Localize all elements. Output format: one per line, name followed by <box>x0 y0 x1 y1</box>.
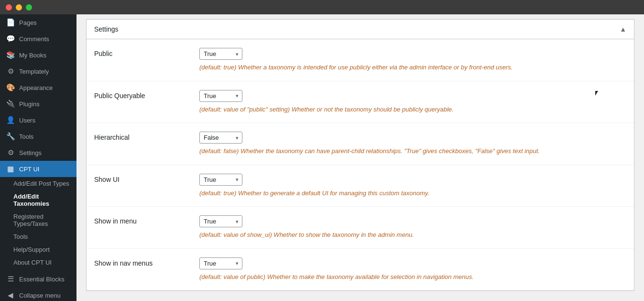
sidebar-item-appearance[interactable]: 🎨 Appearance <box>0 79 76 96</box>
select-wrapper-public-queryable: True False <box>199 90 242 102</box>
sidebar-item-users[interactable]: 👤 Users <box>0 112 76 128</box>
sidebar-submenu: Add/Edit Post Types Add/Edit Taxonomies … <box>0 177 76 269</box>
setting-description-public-queryable: (default: value of "public" setting) Whe… <box>199 105 626 114</box>
submenu-help-support[interactable]: Help/Support <box>0 243 76 256</box>
setting-label-show-in-nav-menus: Show in nav menus <box>94 257 199 267</box>
select-hierarchical[interactable]: True False <box>199 132 242 144</box>
sidebar-item-label: CPT UI <box>19 166 39 173</box>
sidebar-item-templately[interactable]: ⚙ Templately <box>0 63 76 79</box>
setting-row-show-in-menu: Show in menu True False (default: value … <box>87 207 634 249</box>
sidebar-item-label: Settings <box>19 149 42 156</box>
sidebar-item-mybooks[interactable]: 📚 My Books <box>0 47 76 63</box>
sidebar-item-pages[interactable]: 📄 Pages <box>0 14 76 31</box>
setting-row-show-ui: Show UI True False (default: true) Wheth… <box>87 165 634 207</box>
select-show-ui[interactable]: True False <box>199 174 242 186</box>
essential-blocks-icon: ☰ <box>6 275 15 283</box>
cptui-icon: ▦ <box>6 165 15 173</box>
sidebar-item-label: Users <box>19 117 35 124</box>
setting-row-hierarchical: Hierarchical True False (default: false)… <box>87 123 634 165</box>
sidebar-item-settings[interactable]: ⚙ Settings <box>0 145 76 161</box>
sidebar: 📄 Pages 💬 Comments 📚 My Books ⚙ Template… <box>0 0 76 301</box>
setting-label-show-in-menu: Show in menu <box>94 215 199 225</box>
submenu-about-cpt-ui[interactable]: About CPT UI <box>0 256 76 269</box>
sidebar-item-label: Appearance <box>19 84 53 91</box>
tools-icon: 🔧 <box>6 132 15 141</box>
select-wrapper-show-in-nav-menus: True False <box>199 257 242 269</box>
select-wrapper-hierarchical: True False <box>199 132 242 144</box>
sidebar-item-label: Templately <box>19 68 49 75</box>
window-chrome <box>0 0 644 14</box>
setting-description-show-ui: (default: true) Whether to generate a de… <box>199 189 626 198</box>
sidebar-item-label: Tools <box>19 133 33 140</box>
setting-content-show-in-nav-menus: True False (default: value of public) Wh… <box>199 257 626 282</box>
sidebar-item-label: Collapse menu <box>19 292 61 299</box>
setting-content-public: True False (default: true) Whether a tax… <box>199 48 626 72</box>
setting-content-show-ui: True False (default: true) Whether to ge… <box>199 174 626 198</box>
sidebar-item-essential-blocks[interactable]: ☰ Essential Blocks <box>0 271 76 287</box>
setting-label-show-ui: Show UI <box>94 174 199 183</box>
select-show-in-nav-menus[interactable]: True False <box>199 257 242 269</box>
select-show-in-menu[interactable]: True False <box>199 215 242 227</box>
settings-icon: ⚙ <box>6 148 15 157</box>
sidebar-item-plugins[interactable]: 🔌 Plugins <box>0 96 76 112</box>
traffic-light-red[interactable] <box>6 4 12 11</box>
setting-content-hierarchical: True False (default: false) Whether the … <box>199 132 626 156</box>
submenu-registered-types-taxes[interactable]: Registered Types/Taxes <box>0 210 76 230</box>
sidebar-item-comments[interactable]: 💬 Comments <box>0 31 76 47</box>
main-area: Settings ▲ Public True False (default: t… <box>76 0 644 301</box>
select-public[interactable]: True False <box>199 48 242 60</box>
setting-label-public-queryable: Public Queryable <box>94 90 199 100</box>
sidebar-item-label: My Books <box>19 52 46 59</box>
setting-description-hierarchical: (default: false) Whether the taxonomy ca… <box>199 146 626 156</box>
sidebar-item-cptui[interactable]: ▦ CPT UI <box>0 161 76 177</box>
collapse-icon: ◀ <box>6 291 15 300</box>
sidebar-item-collapse-menu[interactable]: ◀ Collapse menu <box>0 287 76 301</box>
sidebar-item-label: Pages <box>19 19 37 26</box>
setting-content-show-in-menu: True False (default: value of show_ui) W… <box>199 215 626 240</box>
submenu-tools[interactable]: Tools <box>0 230 76 243</box>
select-wrapper-show-ui: True False <box>199 174 242 186</box>
settings-panel-header: Settings ▲ <box>87 20 634 39</box>
setting-row-public: Public True False (default: true) Whethe… <box>87 39 634 81</box>
submenu-add-edit-post-types[interactable]: Add/Edit Post Types <box>0 177 76 190</box>
setting-label-hierarchical: Hierarchical <box>94 132 199 141</box>
setting-description-show-in-menu: (default: value of show_ui) Whether to s… <box>199 230 626 240</box>
setting-description-public: (default: true) Whether a taxonomy is in… <box>199 63 626 72</box>
comments-icon: 💬 <box>6 34 15 43</box>
setting-content-public-queryable: True False (default: value of "public" s… <box>199 90 626 114</box>
pages-icon: 📄 <box>6 18 15 27</box>
plugins-icon: 🔌 <box>6 100 15 108</box>
settings-panel: Settings ▲ Public True False (default: t… <box>86 19 634 291</box>
sidebar-item-tools[interactable]: 🔧 Tools <box>0 128 76 145</box>
setting-label-public: Public <box>94 48 199 57</box>
sidebar-item-label: Essential Blocks <box>19 276 65 283</box>
setting-description-show-in-nav-menus: (default: value of public) Whether to ma… <box>199 272 626 282</box>
setting-row-public-queryable: Public Queryable True False (default: va… <box>87 81 634 123</box>
appearance-icon: 🎨 <box>6 83 15 92</box>
setting-row-show-in-nav-menus: Show in nav menus True False (default: v… <box>87 249 634 291</box>
settings-panel-title: Settings <box>94 25 119 33</box>
submenu-add-edit-taxonomies[interactable]: Add/Edit Taxonomies <box>0 190 76 210</box>
sidebar-item-label: Comments <box>19 35 49 43</box>
users-icon: 👤 <box>6 116 15 124</box>
select-wrapper-public: True False <box>199 48 242 60</box>
sidebar-item-label: Plugins <box>19 100 40 108</box>
traffic-light-yellow[interactable] <box>16 4 22 11</box>
select-wrapper-show-in-menu: True False <box>199 215 242 227</box>
collapse-settings-button[interactable]: ▲ <box>620 25 626 33</box>
select-public-queryable[interactable]: True False <box>199 90 242 102</box>
templately-icon: ⚙ <box>6 67 15 76</box>
traffic-light-green[interactable] <box>26 4 32 11</box>
mybooks-icon: 📚 <box>6 51 15 59</box>
